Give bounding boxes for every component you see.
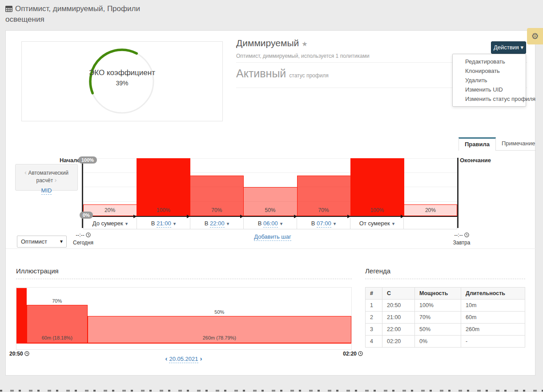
actions-button[interactable]: Действия ▾ [491,41,526,54]
date-navigation: ‹20.05.2021› [144,355,224,362]
legend-heading: Легенда [365,267,525,279]
tab-bar: ПравилаПримечание [459,137,541,151]
illustration-bar-100 [16,288,27,344]
step-time-dropdown[interactable]: От сумерек▾ [350,218,404,229]
table-cell: - [461,336,525,348]
page-title: Оптимист, диммируемый, Профили освещения [5,4,140,24]
clock-icon [464,232,469,239]
table-cell: 260m [461,324,525,336]
page: Оптимист, диммируемый, Профили освещения… [0,0,543,392]
step-time-link[interactable]: 06:00 [263,220,278,228]
clock-icon [24,351,29,357]
table-cell: 3 [366,324,382,336]
badge-100-percent: 100% [78,156,97,164]
illustration-bar-duration: 260m (78.79%) [88,335,351,340]
settings-gear-button[interactable]: ⚙ [527,28,543,44]
legend-column-header: # [366,288,382,300]
eco-value: 39% [22,80,222,87]
cutoff-footer-artifact [0,390,543,392]
table-row: 322:0050%260m [366,324,525,336]
auto-calc-label: Автоматический расчёт [28,170,68,184]
badge-0-percent: 0% [80,212,93,219]
rules-bar-value: 100% [350,207,404,213]
table-icon [5,6,12,12]
table-cell: 20:50 [382,300,415,312]
illustration-bar-duration: 60m (18.18%) [27,335,88,340]
step-time-dropdown[interactable] [404,218,457,229]
legend-table: #СМощностьДлительность 120:50100%10m221:… [365,287,525,348]
tab-правила[interactable]: Правила [459,137,496,151]
step-time-dropdown[interactable]: В 21:00▾ [137,218,190,229]
rules-bar-value: 70% [297,207,350,213]
chevron-right-icon[interactable]: › [54,176,56,184]
axis-arrow-icon [347,215,350,218]
step-when-text: В [258,220,263,227]
step-time-dropdown[interactable]: В 06:00▾ [244,218,297,229]
add-step-link[interactable]: Добавить шаг [254,233,291,241]
tomorrow-time: --:-- Завтра [444,232,479,246]
step-when-text: В [311,220,317,227]
rules-bar-value: 20% [404,207,457,213]
step-time-dropdown[interactable]: В 07:00▾ [297,218,350,229]
table-cell: 50% [415,324,461,336]
divider [6,248,536,249]
table-cell: 60m [461,312,525,324]
step-when-text: До сумерек [93,220,123,227]
clock-icon [86,232,91,239]
rules-start-label: Начало [46,157,80,164]
illustration-start-time: 20:50 [9,351,29,357]
illustration-end-time: 02:20 [332,351,363,357]
menu-item-удалить[interactable]: Удалить [453,76,526,85]
today-time: --:-- Сегодня [65,232,101,246]
caret-down-icon: ▾ [227,221,229,226]
gear-icon: ⚙ [531,32,539,41]
menu-item-редактировать[interactable]: Редактировать [453,57,526,66]
illustration-bar-percent: 70% [27,298,88,304]
prev-date-button[interactable]: ‹ [163,355,169,362]
table-cell: 1 [366,300,382,312]
auto-calc-mode-link[interactable]: MID [41,187,52,195]
legend-column-header: С [382,288,415,300]
table-cell: 10m [461,300,525,312]
profile-select[interactable]: Оптимист▾ [17,236,67,248]
step-time-link[interactable]: 22:00 [210,220,225,228]
status-caption: статус профиля [289,72,329,79]
table-row: 221:0070%60m [366,312,525,324]
illustration-chart: 70%60m (18.18%)50%260m (78.79%) [16,287,352,350]
table-cell: 100% [415,300,461,312]
step-time-link[interactable]: 07:00 [317,220,331,228]
rules-end-label: Окончание [460,157,491,164]
tab-примечание[interactable]: Примечание [496,137,541,151]
rules-bar-value: 50% [243,207,297,213]
actions-menu: РедактироватьКлонироватьУдалитьИзменить … [452,54,526,107]
menu-item-изменить-статус-профиля[interactable]: Изменить статус профиля [453,94,526,104]
chevron-left-icon[interactable]: ‹ [24,168,27,176]
date-link[interactable]: 20.05.2021 [169,356,198,363]
legend-column-header: Мощность [415,288,461,300]
chevron-down-icon: ▾ [60,236,63,247]
caret-down-icon: ▾ [125,221,128,226]
next-date-button[interactable]: › [198,355,204,362]
tomorrow-label: Завтра [444,239,479,246]
rules-bar-value: 70% [190,207,243,213]
step-when-text: От сумерек [359,220,390,227]
today-label: Сегодня [65,239,101,246]
step-time-link[interactable]: 21:00 [157,220,171,228]
menu-item-изменить-uid[interactable]: Изменить UID [453,85,526,94]
profile-card: ЭКО коэффициент 39% Диммируемый★ Оптимис… [5,30,535,376]
step-time-dropdown[interactable]: В 22:00▾ [190,218,244,229]
rules-bar-value: 100% [137,207,190,213]
menu-item-клонировать[interactable]: Клонировать [453,66,526,76]
illustration-heading: Иллюстрация [16,267,352,279]
table-cell: 0% [415,336,461,348]
table-cell: 4 [366,336,382,348]
step-time-dropdown[interactable]: До сумерек▾ [83,218,137,229]
table-cell: 21:00 [382,312,415,324]
caret-down-icon: ▾ [521,44,524,51]
table-row: 402:200%- [366,336,525,348]
caret-down-icon: ▾ [334,221,336,226]
table-row: 120:50100%10m [366,300,525,312]
auto-calc-box: ‹ Автоматический расчёт › MID [15,164,78,191]
step-when-text: В [205,220,210,227]
table-cell: 22:00 [382,324,415,336]
